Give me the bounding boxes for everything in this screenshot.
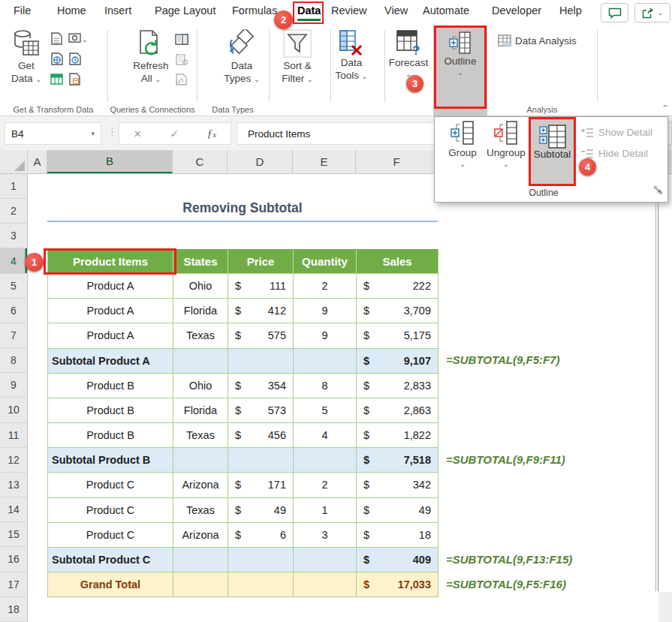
worksheet[interactable]: Removing Subtotal Product ItemsStatesPri… — [28, 174, 672, 622]
cell-price[interactable] — [228, 548, 294, 572]
cell-price[interactable] — [228, 572, 294, 597]
cell-quantity[interactable]: 8 — [294, 374, 357, 398]
cell-sales[interactable]: $1,822 — [357, 423, 438, 448]
row-header-9[interactable]: 9 — [0, 373, 27, 398]
ungroup-menu-item[interactable]: Ungroup ⌄ — [484, 121, 528, 167]
dialog-launcher-icon[interactable] — [654, 184, 662, 197]
cell-product[interactable]: Subtotal Product C — [48, 548, 173, 572]
cell-state[interactable] — [173, 448, 228, 473]
column-header-C[interactable]: C — [173, 150, 228, 173]
cell-sales[interactable]: $9,107 — [357, 349, 438, 374]
row-header-3[interactable]: 3 — [0, 224, 27, 248]
cell-sales[interactable]: $7,518 — [357, 448, 438, 473]
cell-price[interactable]: $456 — [228, 423, 294, 448]
cell-price[interactable] — [228, 448, 294, 473]
column-header-E[interactable]: E — [293, 150, 356, 173]
cell-quantity[interactable] — [294, 548, 357, 572]
cell-state[interactable]: Ohio — [173, 274, 228, 299]
menu-tab-automate[interactable]: Automate — [423, 5, 469, 17]
column-header-B[interactable]: B — [47, 150, 173, 173]
sort-filter-button[interactable]: Sort & Filter ⌄ — [278, 29, 317, 85]
menu-tab-developer[interactable]: Developer — [492, 5, 541, 17]
row-header-7[interactable]: 7 — [0, 323, 27, 348]
cell-price[interactable]: $412 — [228, 299, 294, 323]
cell-price[interactable]: $6 — [228, 523, 294, 548]
table-column-header[interactable]: Price — [228, 249, 294, 273]
menu-tab-review[interactable]: Review — [331, 5, 367, 17]
cell-state[interactable]: Florida — [173, 398, 228, 423]
edit-links-icon[interactable] — [174, 73, 188, 86]
column-header-A[interactable]: A — [28, 150, 47, 173]
data-analysis-button[interactable]: Data Analysis — [498, 35, 577, 47]
cancel-icon[interactable]: ✕ — [134, 128, 142, 140]
cell-state[interactable] — [173, 548, 228, 572]
menu-tab-file[interactable]: File — [14, 5, 31, 17]
row-header-16[interactable]: 16 — [0, 547, 27, 572]
row-header-6[interactable]: 6 — [0, 299, 27, 323]
cell-product[interactable]: Product C — [48, 498, 173, 523]
cell-quantity[interactable]: 2 — [294, 274, 357, 299]
cell-quantity[interactable]: 9 — [294, 323, 357, 348]
from-text-csv-icon[interactable] — [50, 32, 64, 45]
cell-quantity[interactable]: 5 — [294, 398, 357, 423]
row-header-17[interactable]: 17 — [0, 572, 27, 597]
cell-quantity[interactable] — [294, 572, 357, 597]
cell-price[interactable]: $171 — [228, 473, 294, 497]
row-header-4[interactable]: 4 — [0, 248, 27, 273]
enter-icon[interactable]: ✓ — [170, 128, 179, 140]
cell-product[interactable]: Product A — [48, 299, 173, 323]
cell-state[interactable]: Ohio — [173, 374, 228, 398]
properties-icon[interactable] — [174, 53, 188, 66]
cell-sales[interactable]: $5,175 — [357, 323, 438, 348]
cell-state[interactable] — [173, 349, 228, 374]
menu-tab-help[interactable]: Help — [559, 5, 582, 17]
collapse-ribbon-icon[interactable]: ⌃ — [661, 104, 669, 112]
cell-sales[interactable]: $2,833 — [357, 374, 438, 398]
menu-tab-data[interactable]: Data — [297, 5, 321, 21]
cell-product[interactable]: Product C — [48, 473, 173, 497]
cell-quantity[interactable] — [294, 448, 357, 473]
cell-sales[interactable]: $3,709 — [357, 299, 438, 323]
subtotal-menu-item[interactable]: Subtotal — [529, 117, 576, 186]
refresh-all-button[interactable]: Refresh All ⌄ — [129, 29, 173, 85]
menu-tab-home[interactable]: Home — [57, 5, 86, 17]
row-header-10[interactable]: 10 — [0, 398, 27, 422]
chevron-down-icon[interactable]: ⌄ — [81, 33, 89, 47]
from-table-range-icon[interactable] — [50, 72, 64, 86]
cell-sales[interactable]: $49 — [357, 498, 438, 523]
cell-state[interactable]: Arizona — [173, 473, 228, 497]
menu-tab-view[interactable]: View — [384, 5, 408, 17]
cell-product[interactable]: Product B — [48, 374, 173, 398]
cell-price[interactable]: $573 — [228, 398, 294, 423]
row-header-15[interactable]: 15 — [0, 522, 27, 547]
table-column-header[interactable]: Quantity — [294, 249, 357, 273]
cell-product[interactable]: Grand Total — [48, 572, 173, 597]
menu-tab-insert[interactable]: Insert — [104, 5, 131, 17]
cell-quantity[interactable]: 2 — [294, 473, 357, 497]
cell-sales[interactable]: $342 — [357, 473, 438, 497]
row-header-14[interactable]: 14 — [0, 497, 27, 522]
data-tools-button[interactable]: Data Tools ⌄ — [333, 29, 369, 82]
menu-tab-page-layout[interactable]: Page Layout — [155, 5, 215, 17]
menu-tab-formulas[interactable]: Formulas — [232, 5, 277, 17]
group-menu-item[interactable]: Group ⌄ — [442, 121, 483, 167]
cell-quantity[interactable] — [294, 349, 357, 374]
cell-product[interactable]: Product C — [48, 523, 173, 548]
row-header-12[interactable]: 12 — [0, 448, 27, 473]
cell-sales[interactable]: $409 — [357, 548, 438, 572]
cell-sales[interactable]: $18 — [357, 523, 438, 548]
cell-product[interactable]: Subtotal Product A — [48, 349, 173, 374]
get-data-button[interactable]: Get Data ⌄ — [6, 29, 47, 85]
table-column-header[interactable]: States — [173, 249, 228, 273]
cell-state[interactable] — [173, 572, 228, 597]
data-types-button[interactable]: Data Types ⌄ — [221, 29, 263, 85]
cell-state[interactable]: Texas — [173, 323, 228, 348]
row-header-18[interactable]: 18 — [0, 597, 27, 622]
show-detail-menu-item[interactable]: Show Detail — [580, 127, 652, 138]
cell-state[interactable]: Texas — [173, 423, 228, 448]
table-column-header[interactable]: Sales — [357, 249, 438, 273]
cell-product[interactable]: Product A — [48, 323, 173, 348]
cell-state[interactable]: Florida — [173, 299, 228, 323]
cell-quantity[interactable]: 9 — [294, 299, 357, 323]
select-all-button[interactable] — [0, 150, 28, 173]
